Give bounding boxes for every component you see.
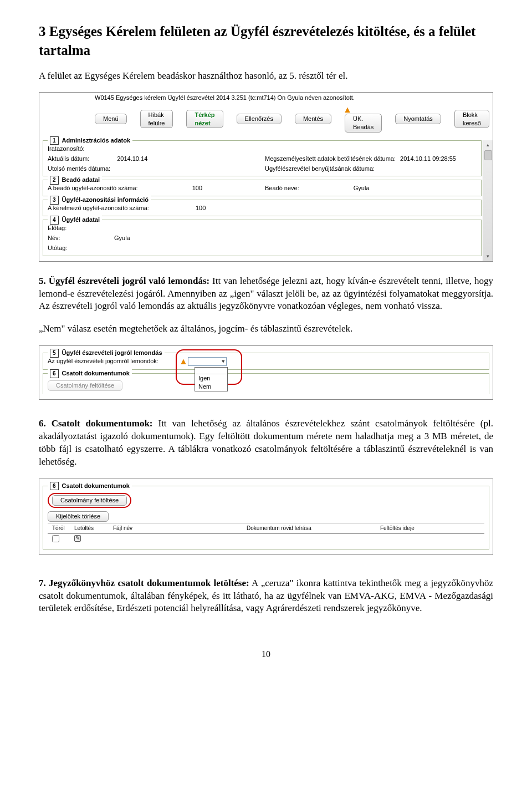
label-loaded-date: Megszemélyesített adatok betöltésének dá… (265, 155, 396, 163)
col-download: Letöltés (74, 525, 113, 532)
label-submitter-id: A beadó ügyfél-azonosító száma: (48, 184, 138, 192)
label-waive-right: Az ügyfél észrevételi jogomról lemondok: (48, 357, 181, 366)
print-button[interactable]: Nyomtatás (395, 114, 441, 124)
fieldset-attachments: 6Csatolt dokumentumok Csatolmány feltölt… (43, 486, 489, 549)
fieldset-client-data: 4Ügyfél adatai Előtag: Név: Gyula Utótag… (43, 220, 482, 256)
section-heading: 3 Egységes Kérelem felületen az Ügyfél é… (39, 22, 493, 60)
pencil-icon[interactable] (74, 535, 81, 542)
option-yes[interactable]: Igen (195, 374, 227, 383)
delete-selected-button[interactable]: Kijelöltek törlése (48, 511, 109, 522)
map-view-button[interactable]: Térkép nézet (186, 110, 223, 129)
paragraph-5: 5. Ügyfél észrevételi jogról való lemond… (39, 275, 493, 313)
value-submitter-id: 100 (192, 184, 202, 192)
field-warning (181, 357, 188, 366)
warning-icon (181, 359, 186, 364)
check-button[interactable]: Ellenőrzés (237, 114, 282, 124)
intro-paragraph: A felület az Egységes Kérelem beadáskor … (39, 70, 493, 83)
errors-button[interactable]: Hibák felülre (140, 110, 173, 129)
screenshot-main-form: W0145 Egységes kérelem Ügyfél észrevétel… (39, 92, 493, 261)
attachment-table-header: Töröl Letöltés Fájl név Dokumentum rövid… (48, 523, 484, 534)
label-submit-date: Ügyfélészrevétel benyújtásának dátuma: (265, 165, 375, 173)
value-current-date: 2014.10.14 (117, 155, 147, 163)
col-upload-time: Feltöltés ideje (380, 525, 480, 532)
row-checkbox[interactable] (52, 535, 59, 542)
window-title: W0145 Egységes kérelem Ügyfél észrevétel… (39, 93, 493, 103)
screenshot-waiver-dropdown: 5Ügyfél észrevételi jogról lemondás Az ü… (39, 345, 493, 400)
legend-client-id: Ügyfél-azonosítási információ (62, 196, 149, 203)
scrollbar[interactable]: ▴ ▾ (483, 140, 493, 261)
legend-client-data: Ügyfél adatai (62, 216, 100, 223)
col-filename: Fájl név (113, 525, 247, 532)
scroll-down-icon[interactable]: ▾ (487, 253, 489, 259)
attachment-table-row (48, 533, 484, 546)
waive-select-dropdown[interactable]: Igen Nem (195, 367, 228, 391)
fieldset-client-id: 3Ügyfél-azonosítási információ A kérelme… (43, 200, 482, 216)
fieldset-attach-partial: 6Csatolt dokumentumok Csatolmány feltölt… (43, 373, 489, 394)
fieldset-waiver: 5Ügyfél észrevételi jogról lemondás Az ü… (43, 353, 489, 370)
value-loaded-date: 2014.10.11 09:28:55 (400, 155, 456, 163)
paragraph-7: 7. Jegyzőkönyvhöz csatolt dokumentumok l… (39, 577, 493, 615)
toolbar: Menü Hibák felülre Térkép nézet Ellenőrz… (39, 103, 493, 137)
legend-submitter: Beadó adatai (62, 176, 100, 183)
paragraph-5-prefix: 5. Ügyfél észrevételi jogról való lemond… (39, 276, 209, 286)
page-number: 10 (39, 648, 493, 660)
label-name: Név: (48, 234, 114, 242)
screenshot-attachments: 6Csatolt dokumentumok Csatolmány feltölt… (39, 479, 493, 555)
upload-button[interactable]: Csatolmány feltöltése (48, 380, 122, 391)
submit-button[interactable]: ÜK. Beadás (345, 114, 382, 133)
warning-icon (345, 107, 350, 113)
paragraph-6: 6. Csatolt dokumentumok: Itt van lehetős… (39, 418, 493, 469)
block-search-button[interactable]: Blokk kereső (454, 110, 489, 129)
waive-select[interactable] (188, 357, 227, 366)
paragraph-7-prefix: 7. Jegyzőkönyvhöz csatolt dokumentumok l… (39, 578, 249, 588)
submit-wrapper: ÜK. Beadás (345, 105, 382, 133)
option-no[interactable]: Nem (195, 383, 227, 391)
menu-button[interactable]: Menü (95, 114, 127, 124)
scroll-thumb[interactable] (484, 150, 492, 160)
label-prefix: Előtag: (48, 224, 170, 232)
fieldset-admin: 1Adminisztrációs adatok Iratazonosító: A… (43, 140, 482, 177)
label-submitter-name: Beadó neve: (265, 184, 299, 192)
highlight-upload: Csatolmány feltöltése (48, 493, 131, 508)
col-delete: Töröl (52, 525, 74, 532)
col-desc: Dokumentum rövid leírása (247, 525, 380, 532)
label-suffix: Utótag: (48, 244, 170, 252)
form-body: ▴ ▾ 1Adminisztrációs adatok Iratazonosít… (39, 140, 493, 261)
label-current-date: Aktuális dátum: (48, 155, 89, 163)
upload-button[interactable]: Csatolmány feltöltése (52, 495, 127, 506)
legend-attachments: Csatolt dokumentumok (62, 482, 130, 489)
fieldset-submitter: 2Beadó adatai A beadó ügyfél-azonosító s… (43, 180, 482, 196)
save-button[interactable]: Mentés (295, 114, 331, 124)
legend-attach: Csatolt dokumentumok (62, 370, 130, 376)
legend-admin: Adminisztrációs adatok (62, 137, 130, 144)
label-doc-id: Iratazonosító: (48, 145, 170, 153)
label-client-id: A kérelmező ügyfél-azonosító száma: (48, 204, 178, 212)
scroll-up-icon[interactable]: ▴ (487, 141, 489, 148)
label-last-save: Utolsó mentés dátuma: (48, 165, 110, 173)
value-client-id: 100 (196, 204, 206, 212)
value-submitter-name: Gyula (354, 184, 370, 192)
legend-waiver: Ügyfél észrevételi jogról lemondás (62, 349, 162, 356)
paragraph-5b: „Nem" válasz esetén megtehetőek az által… (39, 323, 493, 335)
paragraph-6-prefix: 6. Csatolt dokumentumok: (39, 418, 153, 429)
value-name: Gyula (114, 234, 130, 242)
